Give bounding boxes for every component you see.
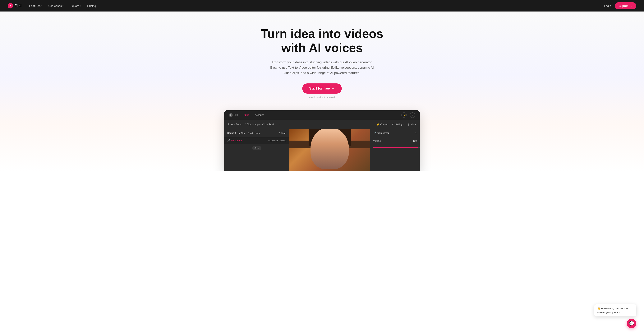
start-free-button[interactable]: Start for free → xyxy=(302,83,342,94)
app-main: Scene 4 ▶ Play ⊕ Add Layer ⋮ More xyxy=(224,129,420,171)
app-nav-files[interactable]: Files xyxy=(244,114,249,116)
nav-pricing[interactable]: Pricing xyxy=(87,4,96,8)
add-layer-icon: ⊕ xyxy=(248,132,250,134)
navbar-nav: Features ▾ Use cases ▾ Explore ▾ Pricing xyxy=(29,4,604,8)
dark-mode-button[interactable]: 🌙 xyxy=(401,112,407,118)
add-layer-button[interactable]: ⊕ Add Layer xyxy=(248,132,260,134)
hero-section: Turn idea into videos with AI voices Tra… xyxy=(0,12,644,171)
breadcrumb-files[interactable]: Files xyxy=(228,123,233,126)
breadcrumb-actions: ⚡ Convert ⚙ Settings ⋮ More xyxy=(376,123,416,126)
nav-use-cases[interactable]: Use cases ▾ xyxy=(48,4,64,8)
breadcrumb-path: Files › Demo › 3 Tips to Improve Your Pu… xyxy=(228,123,280,126)
voiceover-actions: Download Delete xyxy=(268,139,286,142)
sara-badge[interactable]: Sara xyxy=(252,146,261,150)
more-icon: ⋮ xyxy=(408,123,410,126)
volume-slider-container xyxy=(370,145,420,150)
hero-title: Turn idea into videos with AI voices xyxy=(255,27,389,55)
volume-row: Volume 100 xyxy=(370,137,420,145)
video-thumbnail xyxy=(290,129,370,171)
chevron-down-icon: ▾ xyxy=(62,5,64,7)
help-button[interactable]: ? xyxy=(410,112,415,118)
app-topbar-right: 🌙 ? xyxy=(401,112,415,118)
app-nav-account[interactable]: Account xyxy=(255,114,264,116)
scene-header: Scene 4 ▶ Play ⊕ Add Layer ⋮ More xyxy=(224,129,289,137)
volume-value: 100 xyxy=(413,140,417,142)
signup-button[interactable]: Signup → xyxy=(615,2,636,10)
download-button[interactable]: Download xyxy=(268,139,278,142)
nav-explore[interactable]: Explore ▾ xyxy=(70,4,81,8)
app-topbar: ⚙ Fliki Files Account 🌙 ? xyxy=(224,110,420,120)
volume-slider-fill xyxy=(373,147,418,148)
settings-icon: ⚙ xyxy=(392,123,394,126)
breadcrumb-demo[interactable]: Demo xyxy=(236,123,242,126)
chevron-down-icon[interactable]: ▾ xyxy=(280,123,280,125)
voiceover-label: 🎤 Voiceover xyxy=(227,139,242,142)
navbar: ▶ Fliki Features ▾ Use cases ▾ Explore ▾… xyxy=(0,0,644,12)
delete-button[interactable]: Delete xyxy=(280,139,286,142)
hero-note: credit card not required xyxy=(4,96,640,99)
volume-slider[interactable] xyxy=(373,147,420,148)
vo-panel-title: 🎤 Voiceover xyxy=(373,132,389,134)
app-mockup: ⚙ Fliki Files Account 🌙 ? xyxy=(224,110,420,171)
app-left-panel: Scene 4 ▶ Play ⊕ Add Layer ⋮ More xyxy=(224,129,290,171)
nav-logo[interactable]: ▶ Fliki xyxy=(8,3,22,9)
breadcrumb-sep: › xyxy=(234,123,235,126)
vo-panel-header: 🎤 Voiceover ✕ xyxy=(370,129,420,137)
breadcrumb-current[interactable]: 3 Tips to Improve Your Public ... xyxy=(245,123,278,126)
vo-panel-close-button[interactable]: ✕ xyxy=(414,131,417,134)
convert-icon: ⚡ xyxy=(376,123,379,126)
breadcrumb-sep: › xyxy=(243,123,244,126)
nav-features[interactable]: Features ▾ xyxy=(29,4,42,8)
volume-label: Volume xyxy=(373,140,381,142)
play-icon: ▶ xyxy=(239,132,240,134)
app-mockup-container: ⚙ Fliki Files Account 🌙 ? xyxy=(220,110,424,171)
scene-more-button[interactable]: ⋮ More xyxy=(278,132,286,134)
app-right-panel: 🎤 Voiceover ✕ Volume 100 xyxy=(370,129,420,171)
app-breadcrumb: Files › Demo › 3 Tips to Improve Your Pu… xyxy=(224,120,420,129)
scene-label: Scene 4 xyxy=(227,132,236,134)
play-button[interactable]: ▶ Play xyxy=(239,132,245,134)
settings-button[interactable]: ⚙ Settings xyxy=(392,123,404,126)
mic-icon: 🎤 xyxy=(227,139,230,142)
convert-button[interactable]: ⚡ Convert xyxy=(376,123,388,126)
chevron-down-icon: ▾ xyxy=(41,5,42,7)
more-icon: ⋮ xyxy=(278,132,280,134)
video-face xyxy=(310,129,349,169)
more-button[interactable]: ⋮ More xyxy=(408,123,416,126)
app-video-panel xyxy=(290,129,370,171)
chevron-down-icon: ▾ xyxy=(80,5,81,7)
hero-subtitle: Transform your ideas into stunning video… xyxy=(268,60,376,76)
mic-icon: 🎤 xyxy=(373,132,376,134)
app-logo[interactable]: ⚙ Fliki xyxy=(229,113,238,117)
logo-icon: ▶ xyxy=(8,3,13,9)
login-button[interactable]: Login xyxy=(604,4,611,8)
navbar-actions: Login Signup → xyxy=(604,2,636,10)
app-logo-icon: ⚙ xyxy=(229,113,233,117)
voiceover-row: 🎤 Voiceover Download Delete xyxy=(224,137,289,144)
